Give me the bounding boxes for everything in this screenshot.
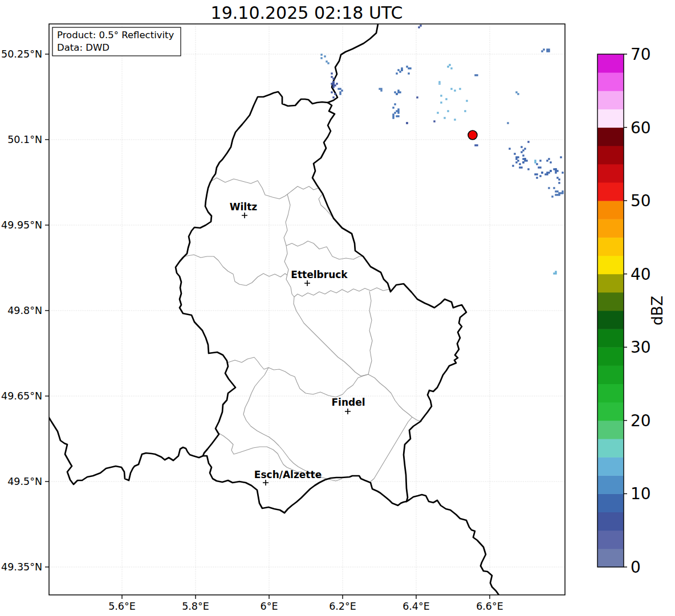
echo-cluster [507, 122, 509, 124]
colorbar-segment [597, 475, 624, 494]
echo-cluster [433, 120, 435, 122]
x-tick-label: 5.6°E [108, 601, 136, 612]
x-tick-label: 6.4°E [402, 601, 430, 612]
colorbar-segment [597, 164, 624, 183]
y-tick-label: 49.8°N [7, 305, 42, 316]
colorbar-tick-label: 20 [631, 411, 651, 430]
echo-cluster [416, 96, 418, 98]
y-tick-label: 50.25°N [1, 48, 42, 60]
colorbar-segment [597, 256, 624, 275]
colorbar-segment [597, 531, 624, 549]
colorbar-segment [597, 201, 624, 219]
echo-cluster [406, 122, 408, 124]
y-tick-label: 49.35°N [1, 561, 42, 573]
colorbar-tick-label: 40 [631, 265, 651, 284]
colorbar-tick-label: 0 [631, 558, 641, 577]
city-label: Esch/Alzette [254, 469, 322, 480]
echo-cluster [474, 144, 478, 146]
colorbar: 010203040506070 [597, 45, 651, 577]
city-label: Findel [331, 397, 365, 408]
echo-cluster [474, 74, 478, 76]
x-tick-label: 6.6°E [476, 601, 503, 612]
echo-cluster [527, 141, 529, 142]
city-label: Ettelbruck [291, 269, 348, 280]
product-info-line2: Data: DWD [57, 42, 109, 53]
colorbar-segment [597, 219, 624, 238]
plot-area [49, 24, 565, 595]
echo-cluster [438, 83, 440, 84]
figure-title: 19.10.2025 02:18 UTC [211, 3, 403, 23]
colorbar-segment [597, 91, 624, 109]
x-axis: 5.6°E5.8°E6°E6.2°E6.4°E6.6°E [108, 595, 503, 612]
colorbar-segment [597, 402, 624, 421]
colorbar-segment [597, 329, 624, 348]
colorbar-segment [597, 347, 624, 366]
colorbar-segment [597, 128, 624, 146]
radar-site-dot [468, 130, 477, 140]
y-axis: 50.25°N50.1°N49.95°N49.8°N49.65°N49.5°N4… [1, 48, 49, 573]
colorbar-segment [597, 512, 624, 531]
colorbar-segment [597, 182, 624, 201]
colorbar-segment [597, 274, 624, 293]
city-label: Wiltz [230, 201, 258, 213]
colorbar-segment [597, 54, 624, 73]
colorbar-segment [597, 421, 624, 439]
colorbar-segment [597, 493, 624, 512]
colorbar-tick-label: 10 [631, 484, 651, 503]
radar-site-layer [468, 130, 477, 140]
colorbar-tick-label: 60 [631, 119, 651, 137]
y-tick-label: 49.65°N [1, 390, 42, 402]
colorbar-tick-label: 30 [631, 338, 651, 357]
colorbar-segment [597, 292, 624, 311]
x-tick-label: 6.2°E [329, 601, 356, 612]
x-tick-label: 6°E [261, 601, 278, 612]
product-info-line1: Product: 0.5° Reflectivity [57, 30, 174, 40]
colorbar-segment [597, 384, 624, 403]
colorbar-tick-label: 50 [631, 191, 651, 210]
colorbar-segment [597, 146, 624, 165]
colorbar-tick-label: 70 [631, 45, 651, 64]
colorbar-segment [597, 365, 624, 384]
y-tick-label: 49.95°N [1, 219, 42, 231]
colorbar-segment [597, 439, 624, 458]
x-tick-label: 5.8°E [182, 601, 209, 612]
colorbar-segment [597, 237, 624, 256]
echo-cluster [534, 160, 536, 163]
product-info-box: Product: 0.5° Reflectivity Data: DWD [52, 27, 181, 56]
radar-figure: 19.10.2025 02:18 UTC [0, 0, 675, 616]
colorbar-segment [597, 109, 624, 128]
colorbar-segment [597, 311, 624, 329]
colorbar-segment [597, 549, 624, 568]
radar-map-canvas: 19.10.2025 02:18 UTC [0, 0, 675, 616]
colorbar-axis-label: dBZ [649, 296, 666, 325]
colorbar-segment [597, 72, 624, 91]
y-tick-label: 49.5°N [7, 476, 42, 487]
colorbar-segment [597, 457, 624, 476]
y-tick-label: 50.1°N [7, 134, 42, 145]
